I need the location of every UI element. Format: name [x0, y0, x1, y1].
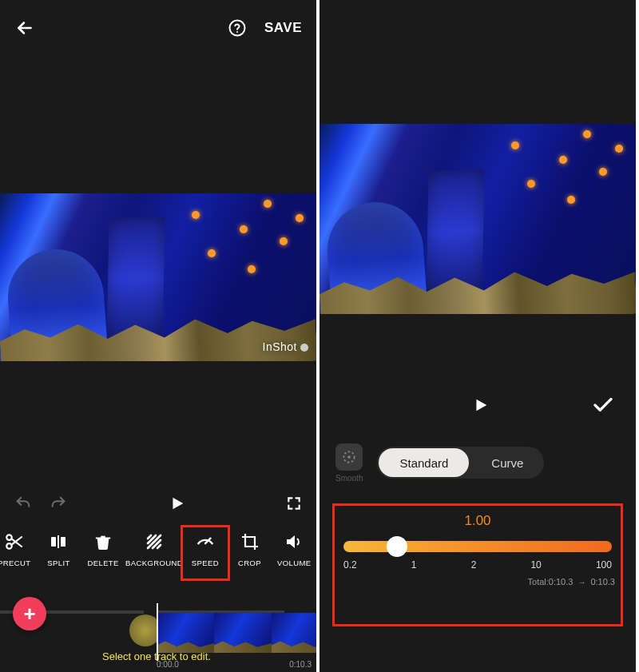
tool-background[interactable]: BACKGROUND — [125, 531, 183, 567]
back-icon[interactable] — [14, 18, 35, 38]
tool-label: PRECUT — [0, 559, 31, 567]
volume-icon — [284, 531, 304, 552]
save-button[interactable]: SAVE — [264, 20, 302, 36]
trash-icon — [94, 531, 112, 552]
play-icon[interactable] — [471, 396, 489, 414]
smooth-label: Smooth — [335, 474, 363, 483]
thumbnail[interactable] — [157, 613, 214, 653]
video-preview[interactable]: InShot — [0, 193, 316, 361]
slider-track — [343, 541, 612, 552]
transport-row — [0, 495, 316, 512]
tool-split[interactable]: SPLIT — [37, 531, 81, 567]
time-end: 0:10.3 — [289, 660, 312, 669]
tick-label: 0.2 — [343, 559, 357, 571]
segment-control: Standard Curve — [377, 447, 544, 479]
svg-point-1 — [236, 31, 238, 33]
scissors-icon — [4, 531, 25, 552]
smooth-icon — [335, 443, 363, 471]
total-duration: Total:0:10.3 → 0:10.3 — [528, 577, 615, 587]
speed-slider[interactable] — [343, 537, 612, 556]
clip-thumbnails[interactable] — [157, 613, 316, 653]
tool-label: CROP — [238, 559, 261, 567]
svg-rect-4 — [51, 537, 56, 547]
background-icon — [145, 531, 164, 552]
total-after: 0:10.3 — [590, 577, 615, 587]
fullscreen-icon[interactable] — [286, 495, 302, 511]
tick-label: 2 — [471, 559, 477, 571]
tick-label: 100 — [596, 559, 612, 571]
undo-icon[interactable] — [14, 495, 32, 512]
play-icon[interactable] — [168, 495, 185, 512]
add-button[interactable]: + — [13, 597, 46, 630]
tool-delete[interactable]: DELETE — [81, 531, 125, 567]
svg-rect-5 — [61, 537, 65, 547]
svg-rect-6 — [58, 535, 59, 548]
tool-row: PRECUT SPLIT DELETE BACKGROUND SPEED CRO… — [0, 520, 316, 578]
total-before: Total:0:10.3 — [528, 577, 574, 587]
video-preview[interactable] — [320, 124, 636, 314]
tool-label: DELETE — [87, 559, 118, 567]
timeline[interactable]: + Select one track to edit. 0:00.0 0:10.… — [0, 578, 316, 672]
help-icon[interactable] — [228, 18, 247, 38]
svg-rect-7 — [96, 537, 110, 539]
segment-standard[interactable]: Standard — [379, 448, 469, 477]
slider-thumb[interactable] — [387, 536, 407, 557]
mode-row: Smooth Standard Curve — [320, 439, 636, 486]
plus-icon: + — [23, 602, 35, 626]
speed-value: 1.00 — [320, 513, 636, 529]
slider-ticks: 0.2 1 2 10 100 — [343, 559, 612, 571]
svg-point-9 — [348, 455, 351, 458]
tool-crop[interactable]: CROP — [228, 531, 272, 567]
thumbnail[interactable] — [214, 613, 272, 653]
redo-icon[interactable] — [50, 495, 67, 512]
confirm-icon[interactable] — [591, 393, 615, 417]
transport-row — [320, 393, 636, 417]
tool-label: SPLIT — [47, 559, 69, 567]
arrow-right-icon: → — [577, 578, 585, 587]
highlight-speed — [181, 525, 230, 581]
tool-label: VOLUME — [277, 559, 312, 567]
top-bar: SAVE — [0, 0, 316, 56]
crop-icon — [240, 531, 260, 552]
tool-label: BACKGROUND — [125, 559, 183, 567]
tick-label: 1 — [411, 559, 417, 571]
tool-precut[interactable]: PRECUT — [0, 531, 37, 567]
time-start: 0:00.0 — [157, 660, 179, 669]
watermark[interactable]: InShot — [263, 340, 308, 353]
smooth-toggle[interactable]: Smooth — [335, 443, 363, 483]
split-icon — [49, 531, 68, 552]
tool-volume[interactable]: VOLUME — [272, 531, 316, 567]
segment-curve[interactable]: Curve — [470, 447, 544, 479]
thumbnail[interactable] — [272, 613, 316, 653]
tick-label: 10 — [530, 559, 541, 571]
